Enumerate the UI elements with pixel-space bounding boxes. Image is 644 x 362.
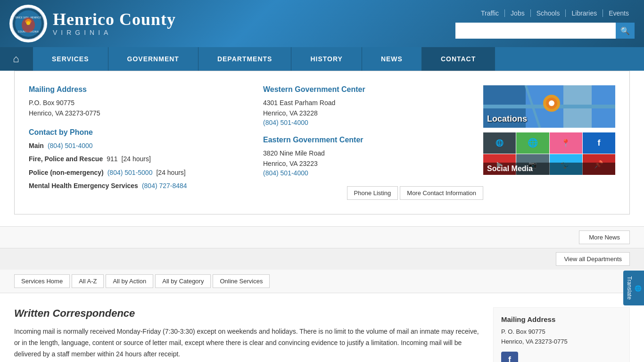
history-nav-item[interactable]: HISTORY xyxy=(291,47,362,71)
western-title[interactable]: Western Government Center xyxy=(263,85,483,94)
search-icon: 🔍 xyxy=(620,26,630,35)
more-news-button[interactable]: More News xyxy=(579,230,630,244)
eastern-addr1: 3820 Nine Mile Road xyxy=(263,148,483,158)
search-input[interactable] xyxy=(455,23,616,39)
all-az-button[interactable]: All A-Z xyxy=(72,274,104,288)
county-name: Henrico County xyxy=(53,11,176,28)
phone-label-fire: Fire, Police and Rescue xyxy=(29,154,103,164)
home-icon: ⌂ xyxy=(13,53,19,65)
more-news-bar: More News xyxy=(0,226,644,248)
departments-bar: Services Home All A-Z All by Action All … xyxy=(0,270,644,293)
contact-phone-block: Contact by Phone Main (804) 501-4000 Fir… xyxy=(29,128,249,191)
social-cell-foursquare: 📍 xyxy=(550,132,582,154)
phone-number-police[interactable]: (804) 501-5000 xyxy=(107,167,153,178)
main-content-area: Written Correspondence Incoming mail is … xyxy=(0,293,644,362)
social-cell-facebook: f xyxy=(583,132,615,154)
svg-point-13 xyxy=(549,100,554,106)
mailing-line1: P.O. Box 90775 xyxy=(29,98,249,108)
para1: Incoming mail is normally received Monda… xyxy=(14,326,484,360)
sidebar-right: Mailing Address P. O. Box 90775 Henrico,… xyxy=(493,307,630,362)
phone-note-police: [24 hours] xyxy=(156,167,185,178)
translate-label: Translate xyxy=(626,276,633,300)
contact-middle-col: Western Government Center 4301 East Parh… xyxy=(249,85,483,200)
services-nav-item[interactable]: SERVICES xyxy=(33,47,108,71)
sidebar-mailing-line2: Henrico, VA 23273-0775 xyxy=(501,337,622,347)
main-content: Written Correspondence Incoming mail is … xyxy=(14,307,484,362)
phone-row-police: Police (non-emergency) (804) 501-5000 [2… xyxy=(29,167,249,178)
all-by-category-button[interactable]: All by Category xyxy=(155,274,211,288)
phone-label-police: Police (non-emergency) xyxy=(29,167,104,178)
contact-nav-item[interactable]: CONTACT xyxy=(422,47,495,71)
search-bar: 🔍 xyxy=(455,23,635,39)
mailing-title[interactable]: Mailing Address xyxy=(29,85,249,94)
facebook-sidebar-icon[interactable]: f xyxy=(501,352,518,362)
logo-seal: SINCE 1634 · HENRICO COUNTY VIRGINIA xyxy=(9,5,47,42)
phone-row-main: Main (804) 501-4000 xyxy=(29,140,249,151)
search-button[interactable]: 🔍 xyxy=(616,23,635,39)
contact-phone-title[interactable]: Contact by Phone xyxy=(29,128,249,137)
top-links: Traffic Jobs Schools Libraries Events xyxy=(475,9,635,17)
phone-label-mental: Mental Health Emergency Services xyxy=(29,181,138,191)
western-phone[interactable]: (804) 501-4000 xyxy=(263,119,308,126)
sidebar-mailing-title: Mailing Address xyxy=(501,315,622,323)
social-cell-dark1: 🌐 xyxy=(483,132,516,154)
contact-left-col: Mailing Address P.O. Box 90775 Henrico, … xyxy=(29,85,249,200)
mailing-line2: Henrico, VA 23273-0775 xyxy=(29,108,249,118)
eastern-center-block: Eastern Government Center 3820 Nine Mile… xyxy=(263,136,483,177)
western-addr2: Henrico, VA 23228 xyxy=(263,108,483,118)
traffic-link[interactable]: Traffic xyxy=(475,9,505,17)
western-center-block: Western Government Center 4301 East Parh… xyxy=(263,85,483,126)
header: SINCE 1634 · HENRICO COUNTY VIRGINIA Hen… xyxy=(0,0,644,47)
translate-button[interactable]: 🌐 Translate xyxy=(623,271,644,305)
eastern-phone[interactable]: (804) 501-4000 xyxy=(263,169,308,177)
services-home-button[interactable]: Services Home xyxy=(14,274,70,288)
government-nav-item[interactable]: GOVERNMENT xyxy=(108,47,198,71)
phone-number-main[interactable]: (804) 501-4000 xyxy=(48,140,93,151)
phone-listing-button[interactable]: Phone Listing xyxy=(347,186,398,200)
eastern-addr2: Henrico, VA 23223 xyxy=(263,158,483,169)
contact-right-col: Locations 🌐 🌐 📍 f ▶ 📷 🐦 📌 Social Media xyxy=(483,85,615,200)
home-nav-item[interactable]: ⌂ xyxy=(0,47,33,71)
logo-text: Henrico County VIRGINIA xyxy=(53,11,176,36)
social-media-label: Social Media xyxy=(483,163,615,175)
main-nav: ⌂ SERVICES GOVERNMENT DEPARTMENTS HISTOR… xyxy=(0,47,644,71)
svg-point-5 xyxy=(26,21,30,25)
phone-number-fire: 911 xyxy=(107,154,117,164)
section-heading: Written Correspondence xyxy=(14,307,484,320)
seal-svg: SINCE 1634 · HENRICO COUNTY VIRGINIA xyxy=(12,7,45,40)
view-all-bar: View all Departments xyxy=(0,248,644,270)
view-all-departments-button[interactable]: View all Departments xyxy=(556,252,630,266)
locations-image-panel[interactable]: Locations xyxy=(483,85,615,128)
overlay-columns: Mailing Address P.O. Box 90775 Henrico, … xyxy=(29,85,615,200)
logo-area: SINCE 1634 · HENRICO COUNTY VIRGINIA Hen… xyxy=(9,5,176,42)
contact-overlay-panel: Mailing Address P.O. Box 90775 Henrico, … xyxy=(14,71,630,214)
phone-row-fire: Fire, Police and Rescue 911 [24 hours] xyxy=(29,154,249,164)
departments-nav-item[interactable]: DEPARTMENTS xyxy=(198,47,292,71)
state-name: VIRGINIA xyxy=(53,29,176,36)
social-cell-world: 🌐 xyxy=(516,132,549,154)
jobs-link[interactable]: Jobs xyxy=(505,9,531,17)
schools-link[interactable]: Schools xyxy=(531,9,566,17)
sidebar-mailing-block: Mailing Address P. O. Box 90775 Henrico,… xyxy=(493,307,630,362)
all-by-action-button[interactable]: All by Action xyxy=(106,274,153,288)
social-media-image-panel[interactable]: 🌐 🌐 📍 f ▶ 📷 🐦 📌 Social Media xyxy=(483,132,615,175)
phone-label-main: Main xyxy=(29,140,44,151)
events-link[interactable]: Events xyxy=(603,9,635,17)
western-addr1: 4301 East Parham Road xyxy=(263,98,483,108)
more-contact-button[interactable]: More Contact Information xyxy=(400,186,483,200)
eastern-title[interactable]: Eastern Government Center xyxy=(263,136,483,144)
phone-number-mental[interactable]: (804) 727-8484 xyxy=(142,181,187,191)
online-services-button[interactable]: Online Services xyxy=(213,274,270,288)
phone-row-mental: Mental Health Emergency Services (804) 7… xyxy=(29,181,249,191)
translate-icon: 🌐 xyxy=(635,285,641,292)
locations-label: Locations xyxy=(487,114,527,124)
phone-note-fire: [24 hours] xyxy=(122,154,151,164)
news-nav-item[interactable]: NEWS xyxy=(362,47,422,71)
mailing-address-block: Mailing Address P.O. Box 90775 Henrico, … xyxy=(29,85,249,119)
contact-buttons-row: Phone Listing More Contact Information xyxy=(263,186,483,200)
sidebar-mailing-line1: P. O. Box 90775 xyxy=(501,327,622,337)
libraries-link[interactable]: Libraries xyxy=(566,9,603,17)
